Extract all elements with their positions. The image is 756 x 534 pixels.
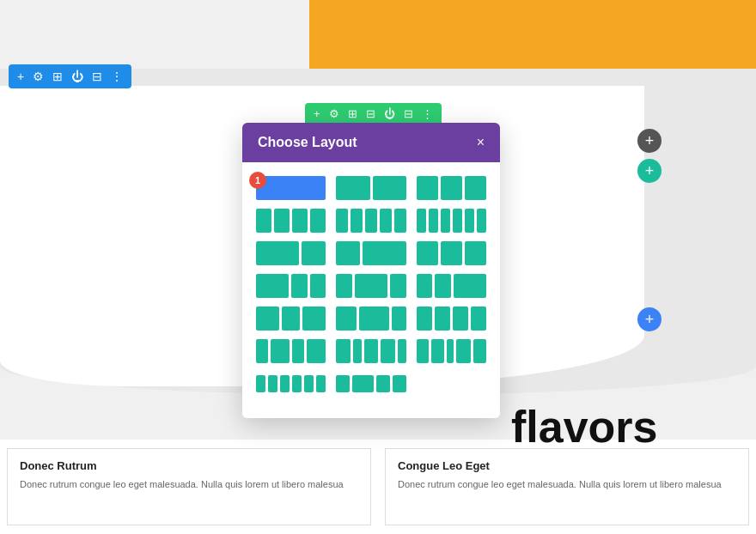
- layout-2col-wide-left[interactable]: [256, 241, 326, 265]
- card-2-body: Donec rutrum congue leo eget malesuada. …: [398, 477, 736, 492]
- section-more-icon[interactable]: ⋮: [422, 107, 433, 120]
- settings-icon[interactable]: ⚙: [33, 70, 44, 83]
- layout-3col-right-wide[interactable]: [336, 274, 405, 298]
- duplicate-icon[interactable]: ⊞: [52, 70, 63, 83]
- section-add-icon[interactable]: +: [314, 107, 320, 120]
- layout-2col-wide-right[interactable]: [336, 241, 405, 265]
- modal-body: [242, 162, 500, 418]
- power-icon[interactable]: ⏻: [71, 70, 83, 83]
- layout-col-var-e[interactable]: [417, 339, 486, 363]
- content-card-2: Congue Leo Eget Donec rutrum congue leo …: [385, 448, 749, 525]
- orange-banner: [309, 0, 756, 77]
- layout-4col-special[interactable]: [336, 372, 405, 396]
- layout-row-7: [256, 372, 486, 396]
- layout-3col[interactable]: [417, 176, 486, 200]
- layout-6col-narrow[interactable]: [256, 372, 326, 396]
- card-1-body: Donec rutrum congue leo eget malesuada. …: [20, 477, 358, 492]
- layout-row-2: [256, 209, 486, 233]
- layout-1col[interactable]: [256, 176, 326, 200]
- layout-3col-var-a[interactable]: [256, 306, 326, 331]
- section-cols-icon[interactable]: ⊟: [366, 107, 375, 120]
- delete-icon[interactable]: ⊟: [92, 70, 102, 83]
- layout-4col[interactable]: [256, 209, 326, 233]
- layout-col-var-c[interactable]: [256, 339, 326, 363]
- bottom-content-section: Donec Rutrum Donec rutrum congue leo ege…: [0, 440, 756, 534]
- choose-layout-modal: Choose Layout ×: [242, 123, 500, 418]
- section-toolbar: + ⚙ ⊞ ⊟ ⏻ ⊟ ⋮: [305, 103, 442, 124]
- content-card-1: Donec Rutrum Donec rutrum congue leo ege…: [7, 448, 371, 525]
- layout-3col-left-wide[interactable]: [256, 274, 326, 298]
- layout-row-1: [256, 176, 486, 200]
- layout-row-3: [256, 241, 486, 265]
- layout-5col[interactable]: [336, 209, 405, 233]
- layout-row-6: [256, 339, 486, 363]
- layout-6col[interactable]: [417, 209, 486, 233]
- modal-close-button[interactable]: ×: [477, 136, 485, 149]
- more-icon[interactable]: ⋮: [111, 70, 123, 83]
- layout-col-var-d[interactable]: [336, 339, 405, 363]
- section-settings-icon[interactable]: ⚙: [329, 107, 339, 120]
- card-1-title: Donec Rutrum: [20, 459, 358, 472]
- layout-badge: 1: [249, 172, 266, 189]
- layout-2col[interactable]: [336, 176, 405, 200]
- layout-3col-var-b[interactable]: [336, 306, 405, 331]
- section-delete-icon[interactable]: ⊟: [404, 107, 413, 120]
- section-power-icon[interactable]: ⏻: [384, 107, 395, 120]
- add-icon[interactable]: +: [17, 70, 24, 83]
- section-layout-icon[interactable]: ⊞: [348, 107, 357, 120]
- modal-title: Choose Layout: [258, 135, 357, 150]
- add-section-blue-button[interactable]: +: [637, 307, 662, 331]
- add-section-teal-button[interactable]: +: [637, 159, 662, 183]
- layout-3col-even-b[interactable]: [417, 241, 486, 265]
- layout-row-4: [256, 274, 486, 298]
- modal-header: Choose Layout ×: [242, 123, 500, 162]
- layout-3col-far-right-wide[interactable]: [417, 274, 486, 298]
- card-2-title: Congue Leo Eget: [398, 459, 736, 472]
- layout-4col-narrow[interactable]: [417, 306, 486, 331]
- top-toolbar: + ⚙ ⊞ ⏻ ⊟ ⋮: [9, 64, 131, 88]
- flavors-heading: flavors: [511, 401, 658, 452]
- add-section-dark-button[interactable]: +: [637, 129, 662, 153]
- layout-row-5: [256, 306, 486, 331]
